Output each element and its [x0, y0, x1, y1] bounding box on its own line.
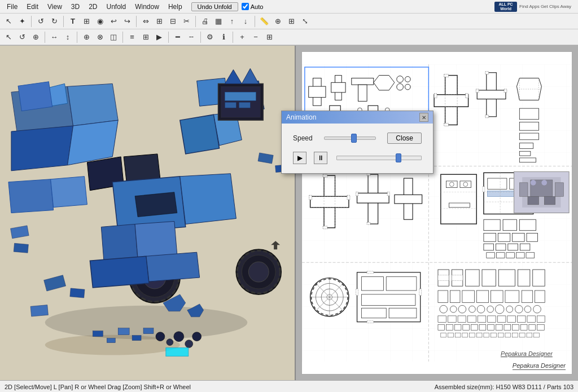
tb-resize[interactable]: ⤡ — [299, 15, 311, 28]
svg-rect-127 — [323, 174, 327, 177]
svg-rect-190 — [367, 271, 374, 274]
tb2-cursor[interactable]: ↖ — [2, 31, 15, 43]
tb2-flip-v[interactable]: ↕ — [62, 31, 74, 43]
speed-slider[interactable] — [324, 136, 376, 140]
svg-rect-234 — [463, 325, 470, 331]
toolbar-1: ↖ ✦ ↺ ↻ T ⊞ ◉ ↩ ↪ ⇔ ⊞ ⊟ ✂ 🖨 ▦ ↑ ↓ 📏 ⊕ ⊞ … — [0, 14, 578, 29]
tb-sep-4 — [195, 16, 196, 27]
menu-edit[interactable]: Edit — [22, 2, 43, 12]
tb-measure[interactable]: 📏 — [258, 15, 270, 28]
svg-rect-227 — [507, 316, 516, 323]
tb-rotate-y[interactable]: ↻ — [48, 15, 60, 28]
svg-rect-257 — [534, 333, 540, 337]
play-button[interactable]: ▶ — [293, 152, 306, 164]
svg-rect-186 — [361, 308, 386, 318]
svg-rect-122 — [310, 196, 349, 208]
menu-view[interactable]: View — [43, 2, 67, 12]
tb-cut[interactable]: ✂ — [180, 15, 192, 28]
svg-rect-246 — [455, 333, 461, 337]
tb2-join[interactable]: ⊕ — [80, 31, 93, 43]
tb2-layout2[interactable]: ⊞ — [139, 31, 152, 43]
tb2-settings[interactable]: ⚙ — [204, 31, 216, 43]
svg-rect-109 — [476, 89, 479, 93]
svg-rect-185 — [361, 294, 415, 306]
animation-close-button[interactable]: Close — [387, 133, 422, 144]
svg-rect-232 — [446, 325, 453, 331]
svg-rect-252 — [498, 333, 503, 337]
menu-file[interactable]: File — [2, 2, 22, 12]
2d-view[interactable]: Pepakura Designer — [296, 46, 578, 380]
svg-rect-134 — [367, 222, 370, 224]
svg-rect-200 — [533, 270, 545, 286]
tb2-split[interactable]: ⊗ — [94, 31, 106, 43]
tb-grid-toggle[interactable]: ⊞ — [285, 15, 297, 28]
svg-rect-54 — [225, 92, 256, 100]
tb-export[interactable]: ↑ — [226, 15, 238, 28]
menu-unfold[interactable]: Unfold — [102, 2, 131, 12]
tb2-sep-5 — [200, 32, 201, 43]
tb2-scale[interactable]: ⊕ — [29, 31, 42, 43]
tb-rotate-x[interactable]: ↺ — [34, 15, 47, 28]
tb-group[interactable]: ⊞ — [153, 15, 165, 28]
tb2-edge[interactable]: ◫ — [107, 31, 120, 43]
tb-text[interactable]: T — [67, 15, 79, 28]
svg-point-210 — [450, 306, 457, 312]
tb2-fold2[interactable]: ╌ — [185, 31, 198, 43]
tb2-sep-2 — [77, 32, 77, 43]
pause-button[interactable]: ⏸ — [314, 152, 327, 164]
svg-point-263 — [541, 180, 547, 186]
tb-image[interactable]: ⊞ — [80, 15, 93, 28]
tb-undo[interactable]: ↩ — [107, 15, 120, 28]
svg-rect-201 — [438, 290, 448, 302]
svg-marker-30 — [90, 256, 149, 288]
progress-track[interactable] — [336, 156, 422, 160]
tb-import[interactable]: ↓ — [239, 15, 252, 28]
animation-dialog-title[interactable]: Animation ✕ — [282, 111, 433, 124]
tb-zoom[interactable]: ⊕ — [272, 15, 284, 28]
svg-point-211 — [458, 305, 466, 313]
svg-rect-197 — [482, 270, 496, 286]
tb-select-move[interactable]: ↖ — [2, 15, 15, 28]
svg-rect-101 — [434, 94, 437, 98]
toolbar-area: File Edit View 3D 2D Unfold Window Help … — [0, 0, 578, 46]
tb2-flip-h[interactable]: ↔ — [48, 31, 60, 43]
tb2-rotate[interactable]: ↺ — [16, 31, 28, 43]
svg-rect-102 — [466, 94, 468, 98]
menu-help[interactable]: Help — [164, 2, 187, 12]
menu-3d[interactable]: 3D — [67, 2, 84, 12]
svg-rect-220 — [438, 316, 446, 323]
tb-ungroup[interactable]: ⊟ — [167, 15, 179, 28]
svg-rect-241 — [520, 325, 527, 331]
robot-3d-scene — [0, 46, 295, 380]
auto-checkbox[interactable] — [242, 3, 249, 10]
svg-point-42 — [156, 332, 165, 341]
tb2-zoom-out[interactable]: − — [249, 31, 262, 43]
tb2-layout[interactable]: ≡ — [126, 31, 138, 43]
tb-3d[interactable]: ◉ — [94, 15, 106, 28]
svg-point-73 — [405, 77, 410, 82]
status-bar: 2D [Select/Move] L [Pan] R or Wheel Drag… — [0, 380, 578, 392]
tb-redo[interactable]: ↪ — [121, 15, 133, 28]
tb2-fit[interactable]: ⊞ — [263, 31, 275, 43]
svg-rect-41 — [143, 328, 154, 334]
svg-rect-135 — [356, 192, 358, 196]
tb2-fold-line[interactable]: ━ — [172, 31, 184, 43]
svg-point-214 — [487, 306, 494, 312]
tb2-zoom-in[interactable]: + — [236, 31, 248, 43]
tb2-auto[interactable]: ▶ — [153, 31, 165, 43]
tb-mirror[interactable]: ⇔ — [139, 15, 152, 28]
svg-rect-38 — [107, 338, 115, 343]
tb-print[interactable]: 🖨 — [199, 15, 211, 28]
animation-close-x-button[interactable]: ✕ — [419, 113, 428, 122]
tb2-info[interactable]: ℹ — [217, 31, 230, 43]
undo-unfold-button[interactable]: Undo Unfold — [191, 2, 238, 11]
svg-marker-9 — [180, 114, 220, 154]
menu-2d[interactable]: 2D — [84, 2, 102, 12]
svg-point-212 — [469, 306, 476, 312]
tb-print2[interactable]: ▦ — [212, 15, 225, 28]
tb-move[interactable]: ✦ — [16, 15, 28, 28]
3d-view[interactable] — [0, 46, 296, 380]
svg-rect-171 — [516, 253, 524, 258]
svg-marker-17 — [135, 192, 177, 217]
menu-window[interactable]: Window — [130, 2, 164, 12]
